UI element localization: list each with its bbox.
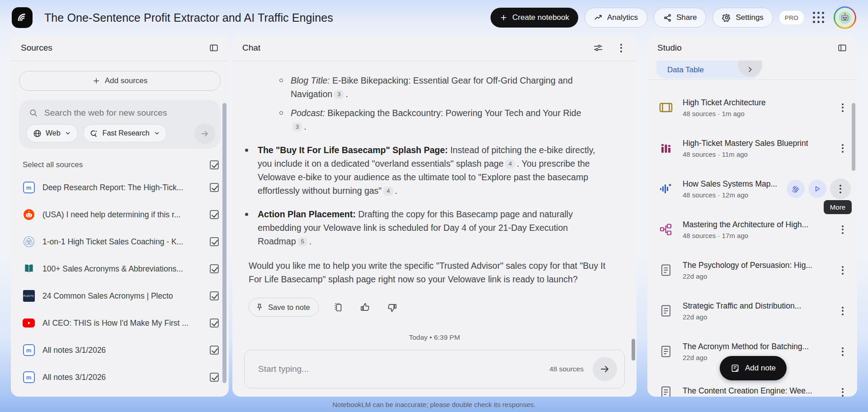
studio-item[interactable]: The Psychology of Persuasion: Hig... 22d… (658, 253, 851, 287)
pro-badge: PRO (779, 11, 804, 24)
globe-icon (33, 129, 42, 138)
notebooklm-logo-icon[interactable] (12, 7, 33, 28)
report-icon (658, 386, 674, 397)
chat-bullet: The "Buy It For Life Basecamp" Splash Pa… (245, 143, 620, 197)
studio-item[interactable]: Strategic Traffic and Distribution... 22… (658, 294, 851, 328)
studio-item[interactable]: High-Ticket Mastery Sales Blueprint 48 s… (658, 131, 851, 165)
item-more-icon[interactable] (835, 343, 851, 360)
venn-circles-icon (23, 236, 35, 248)
research-mode-dropdown[interactable]: Fast Research (83, 124, 167, 142)
source-checkbox[interactable] (210, 346, 219, 355)
chat-panel: Chat Blog Title: E-Bike Bikepacking: Ess… (232, 35, 637, 397)
sources-panel: Sources Add sources Web Fast Research (11, 35, 229, 397)
source-checkbox[interactable] (210, 264, 219, 273)
citation-badge[interactable]: 3 (292, 122, 302, 131)
chevron-down-icon (154, 130, 160, 136)
search-submit-button[interactable] (194, 123, 215, 144)
chat-input[interactable] (258, 364, 540, 374)
google-apps-icon[interactable] (813, 12, 825, 23)
citation-badge[interactable]: 4 (383, 187, 393, 196)
studio-scrollbar[interactable] (852, 103, 855, 171)
search-icon (29, 108, 38, 117)
chat-scrollbar[interactable] (632, 339, 635, 360)
report-icon (658, 345, 674, 358)
arrow-right-icon (200, 129, 209, 138)
studio-item[interactable]: Mastering the Architecture of High... 48… (658, 213, 851, 246)
source-checkbox[interactable] (210, 318, 219, 328)
note-add-icon (731, 364, 740, 373)
save-to-note-button[interactable]: Save to note (249, 298, 319, 317)
flowchart-icon (658, 223, 674, 236)
notebooklm-doc-icon: m (23, 182, 35, 193)
item-more-icon[interactable] (835, 221, 851, 238)
add-sources-button[interactable]: Add sources (19, 71, 221, 91)
interactive-mode-button[interactable] (787, 180, 805, 198)
sources-scrollbar[interactable] (222, 103, 226, 383)
studio-item[interactable]: How Sales Systems Map... 48 sources · 12… (658, 172, 851, 206)
source-checkbox[interactable] (210, 237, 219, 246)
citation-badge[interactable]: 4 (505, 159, 515, 169)
source-row[interactable]: m All notes 3/1/2026 (23, 337, 219, 364)
select-all-checkbox[interactable] (210, 160, 219, 169)
source-row[interactable]: (USA) I need help determining if this r.… (23, 201, 219, 228)
report-icon (658, 304, 674, 317)
plecto-icon: PLECTO (23, 290, 35, 302)
item-more-icon[interactable] (835, 303, 851, 319)
youtube-icon (23, 318, 35, 328)
search-input[interactable] (44, 108, 180, 118)
citation-badge[interactable]: 3 (334, 90, 344, 99)
web-filter-dropdown[interactable]: Web (26, 124, 78, 142)
send-button[interactable] (593, 357, 617, 381)
add-note-button[interactable]: Add note (720, 356, 787, 380)
sources-panel-title: Sources (21, 43, 52, 53)
source-row[interactable]: PLECTO 24 Common Sales Acronyms | Plecto (23, 282, 219, 309)
reddit-icon (23, 209, 35, 221)
web-search-box: Web Fast Research (19, 100, 221, 149)
notebooklm-doc-icon: m (23, 371, 35, 383)
citation-badge[interactable]: 5 (298, 237, 307, 246)
source-row[interactable]: AI CEO: THIS is How I'd Make My First ..… (23, 309, 219, 337)
chat-more-icon[interactable] (616, 42, 627, 53)
plus-icon (92, 77, 100, 85)
source-row[interactable]: m Deep Research Report: The High-Tick... (23, 174, 219, 201)
item-more-icon[interactable] (835, 384, 851, 397)
report-icon (658, 264, 674, 276)
more-tooltip: More (824, 200, 852, 214)
pin-icon (255, 303, 264, 311)
thumbs-up-icon[interactable] (358, 300, 373, 315)
arrow-right-icon (599, 364, 610, 375)
play-button[interactable] (808, 180, 826, 198)
source-row[interactable]: 100+ Sales Acronyms & Abbreviations... (23, 255, 219, 282)
top-bar: The One-Sentence Profit Extractor and AI… (0, 0, 868, 35)
item-more-button[interactable] (830, 178, 851, 199)
notebook-title[interactable]: The One-Sentence Profit Extractor and AI… (44, 11, 333, 24)
source-row[interactable]: 1-on-1 High Ticket Sales Coaching - K... (23, 228, 219, 255)
item-more-icon[interactable] (835, 140, 851, 156)
source-count: 48 sources (549, 365, 584, 373)
source-checkbox[interactable] (210, 210, 219, 219)
studio-panel: Studio Data Table High Ticket Architectu… (647, 35, 857, 397)
item-more-icon[interactable] (835, 99, 851, 116)
chat-bullet: Action Plan Placement: Drafting the copy… (245, 207, 620, 248)
source-checkbox[interactable] (210, 291, 219, 300)
collapse-panel-icon[interactable] (209, 43, 219, 53)
avatar[interactable] (834, 6, 856, 29)
studio-item[interactable]: High Ticket Architecture 48 sources · 1m… (658, 91, 851, 124)
create-notebook-button[interactable]: Create notebook (491, 8, 578, 28)
chat-settings-icon[interactable] (593, 43, 603, 53)
sources-list: m Deep Research Report: The High-Tick...… (11, 173, 229, 391)
analytics-button[interactable]: Analytics (585, 8, 647, 28)
copy-icon[interactable] (330, 300, 346, 315)
trending-up-icon (594, 14, 603, 22)
item-more-icon[interactable] (835, 262, 851, 278)
share-button[interactable]: Share (654, 8, 706, 28)
thumbs-down-icon[interactable] (385, 300, 400, 315)
chat-timestamp: Today • 6:39 PM (244, 333, 625, 342)
source-row[interactable]: m All notes 3/1/2026 (23, 364, 219, 391)
source-checkbox[interactable] (210, 373, 219, 382)
source-checkbox[interactable] (210, 183, 219, 192)
collapse-panel-icon[interactable] (837, 43, 847, 53)
gear-icon (722, 13, 731, 22)
settings-button[interactable]: Settings (712, 8, 773, 28)
chevron-down-icon (65, 130, 71, 136)
